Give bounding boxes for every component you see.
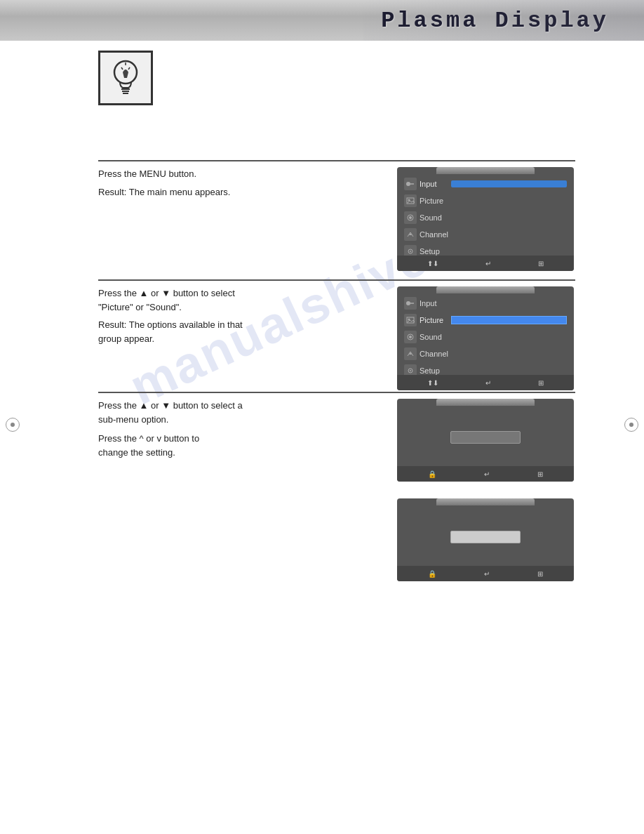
setup-label-2: Setup	[420, 366, 451, 375]
sound-bar-empty	[451, 214, 567, 221]
channel-bar-empty	[451, 231, 567, 238]
channel-icon	[404, 228, 417, 241]
divider-2	[98, 279, 575, 281]
setup-label-1: Setup	[420, 247, 451, 256]
sub-menu-icon-3: ⊞	[537, 470, 543, 478]
margin-indicator-right	[624, 418, 638, 432]
enter-icon-2: ↵	[485, 379, 491, 387]
setup-bar-2-empty	[451, 367, 567, 374]
divider-3	[98, 392, 575, 393]
osd-sub-panel-3: 🔒 ↵ ⊞	[397, 399, 574, 482]
osd-menu-list-2: Input Picture Sound Channel	[397, 293, 574, 380]
margin-dot-left	[11, 423, 15, 427]
picture-bar-empty	[451, 197, 567, 204]
input-bar	[451, 180, 567, 187]
section2-line3: Result: The options available in that	[98, 318, 372, 332]
osd-top-bar-1	[436, 167, 535, 174]
lightbulb-icon-box	[98, 51, 153, 105]
lightbulb-icon	[107, 57, 144, 99]
sound-icon-1	[404, 211, 417, 224]
osd-sub-content-3	[397, 406, 574, 462]
nav-up-arrow: ^	[140, 433, 144, 444]
osd2-row-sound: Sound	[400, 329, 571, 345]
osd-sub-top-bar-4	[436, 498, 535, 505]
sub-lock-icon-4: 🔒	[428, 570, 436, 578]
input-label-2: Input	[420, 299, 451, 307]
picture-label-1: Picture	[420, 197, 451, 205]
input-icon-2	[404, 297, 417, 310]
input-bar-2-empty	[451, 300, 567, 307]
section2-line4: group appear.	[98, 332, 372, 346]
osd2-row-channel: Channel	[400, 345, 571, 362]
picture-label-2: Picture	[420, 316, 451, 324]
input-icon	[404, 178, 417, 190]
osd-sub-top-bar-3	[436, 399, 535, 406]
section3-line1: Press the ▲ or ▼ button to select a	[98, 399, 372, 413]
section3-text: Press the ▲ or ▼ button to select a sub-…	[98, 399, 372, 459]
sub-lock-icon-3: 🔒	[428, 470, 436, 478]
osd-panel-2: Input Picture Sound Channel	[397, 286, 574, 390]
section3-line2: sub-menu option.	[98, 413, 372, 427]
section3-line4: change the setting.	[98, 446, 372, 460]
setup-bar-empty	[451, 248, 567, 255]
svg-point-22	[410, 370, 411, 371]
svg-point-12	[409, 216, 412, 219]
svg-line-5	[121, 67, 123, 70]
menu-icon-1: ⊞	[538, 260, 544, 267]
section2-line1: Press the ▲ or ▼ button to select	[98, 286, 372, 300]
osd-bottom-bar-1: ⬆⬇ ↵ ⊞	[397, 256, 574, 271]
osd-sub-panel-4: 🔒 ↵ ⊞	[397, 498, 574, 581]
menu-icon-2: ⊞	[538, 379, 544, 387]
sound-bar-2-empty	[451, 333, 567, 340]
osd-sub-bottom-bar-3: 🔒 ↵ ⊞	[397, 466, 574, 482]
osd2-row-input: Input	[400, 295, 571, 312]
picture-bar-blue	[451, 316, 567, 324]
osd2-row-picture: Picture	[400, 312, 571, 329]
channel-label-2: Channel	[420, 350, 451, 358]
nav-icon-2: ⬆⬇	[427, 379, 438, 387]
svg-point-7	[406, 182, 410, 186]
channel-label: Channel	[420, 230, 451, 239]
nav-down-arrow: v	[156, 433, 161, 444]
osd-top-bar-2	[436, 286, 535, 293]
sub-menu-icon-4: ⊞	[537, 570, 543, 578]
osd-sub-content-4	[397, 505, 574, 562]
margin-dot-right	[629, 423, 633, 427]
margin-indicator-left	[6, 418, 20, 432]
picture-icon-2	[404, 314, 417, 326]
svg-point-15	[406, 301, 410, 305]
osd-sub-input-3	[450, 431, 521, 444]
sub-enter-icon-3: ↵	[484, 470, 490, 478]
osd-panel-1: Input Picture Sound Channel	[397, 167, 574, 271]
section2-text: Press the ▲ or ▼ button to select "Pictu…	[98, 286, 372, 345]
osd-menu-list-1: Input Picture Sound Channel	[397, 174, 574, 261]
sound-label-2: Sound	[420, 333, 451, 341]
osd-sub-input-4	[450, 531, 521, 543]
osd-row-picture: Picture	[400, 192, 571, 209]
osd-row-input: Input	[400, 176, 571, 192]
page-header: Plasma Display	[0, 0, 644, 41]
sound-label-1: Sound	[420, 213, 451, 222]
channel-icon-2	[404, 348, 417, 360]
osd-row-channel: Channel	[400, 226, 571, 243]
osd-row-sound-1: Sound	[400, 209, 571, 226]
sub-enter-icon-4: ↵	[484, 570, 490, 578]
nav-icon-1: ⬆⬇	[427, 260, 438, 267]
sound-icon-2	[404, 331, 417, 343]
svg-point-20	[409, 336, 412, 338]
osd-bottom-bar-2: ⬆⬇ ↵ ⊞	[397, 375, 574, 390]
svg-line-6	[128, 67, 130, 70]
picture-icon	[404, 194, 417, 207]
section1-text: Press the MENU button. Result: The main …	[98, 167, 372, 199]
section2-line2: "Picture" or "Sound".	[98, 300, 372, 315]
section1-line1: Press the MENU button.	[98, 167, 372, 181]
channel-bar-2-empty	[451, 350, 567, 357]
section3-line3: Press the ^ or v button to	[98, 432, 372, 446]
section1-line2: Result: The main menu appears.	[98, 185, 372, 199]
svg-point-14	[410, 251, 411, 252]
circuit-decoration	[363, 0, 644, 41]
divider-1	[98, 160, 575, 161]
enter-icon-1: ↵	[485, 260, 491, 267]
osd-sub-bottom-bar-4: 🔒 ↵ ⊞	[397, 566, 574, 581]
input-label: Input	[420, 180, 451, 188]
